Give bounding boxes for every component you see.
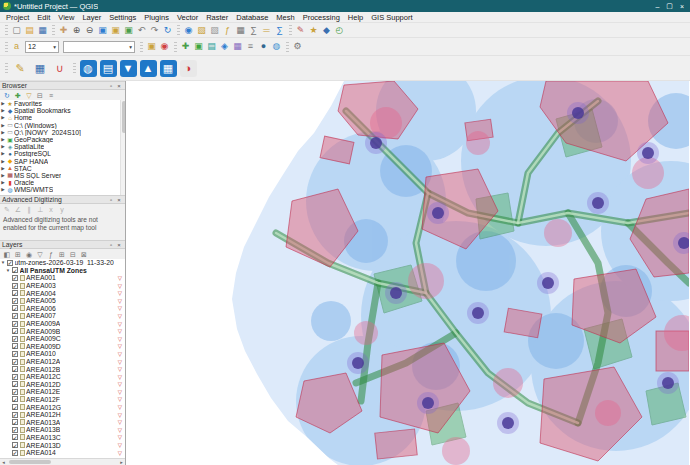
layer-checkbox[interactable] [12,442,18,448]
toolbar-handle[interactable] [177,25,180,35]
scroll-right-icon[interactable] [118,459,125,465]
float-panel-icon[interactable] [107,82,115,90]
layers-hscrollbar[interactable] [0,458,125,465]
layer-checkbox[interactable] [12,275,18,281]
browser-item[interactable]: ▮ Oracle [0,179,125,186]
add-delimited-text-icon[interactable]: ≡ [245,41,257,53]
upload-plugin-icon[interactable]: ▲ [140,60,157,77]
layer-row[interactable]: AREA004 [0,289,125,297]
close-button[interactable]: × [680,3,684,10]
wmts-plugin-icon[interactable]: ◍ [80,60,97,77]
collapse-icon[interactable] [0,260,6,265]
layer-checkbox[interactable] [12,366,18,372]
browser-item[interactable]: ⌂ Home [0,114,125,121]
zoom-in-icon[interactable]: ⊕ [71,24,83,36]
menu-item[interactable]: Processing [299,12,344,23]
select-features-icon[interactable]: ▧ [196,24,208,36]
menu-item[interactable]: Plugins [140,12,173,23]
table-plugin-icon[interactable]: ▦ [160,60,177,77]
browser-item[interactable]: ▭ Q:\ [NOWY_2024S10] [0,129,125,136]
zoom-next-icon[interactable]: ↷ [149,24,161,36]
minimize-button[interactable]: – [655,3,659,10]
layer-row[interactable]: AREA009A [0,320,125,328]
menu-item[interactable]: Raster [202,12,232,23]
enable-advanced-digitizing-icon[interactable]: ✎ [3,205,12,214]
layer-checkbox[interactable] [12,396,18,402]
perpendicular-icon[interactable]: ⊥ [36,205,45,214]
layer-checkbox[interactable] [12,434,18,440]
layer-checkbox[interactable] [12,298,18,304]
font-size-combo[interactable]: 12 [25,41,59,53]
open-attribute-table-icon[interactable]: ▦ [235,24,247,36]
layers-plugin-icon[interactable]: ▤ [100,60,117,77]
add-vector-layer-icon[interactable]: ◈ [219,41,231,53]
layer-checkbox[interactable] [12,313,18,319]
toolbar-handle[interactable] [140,42,143,52]
layer-row[interactable]: AREA005 [0,297,125,305]
toggle-editing-icon[interactable]: ✎ [12,60,29,77]
processing-toolbox-icon[interactable]: ⚙ [292,41,304,53]
open-layer-styling-icon[interactable]: ◧ [3,250,12,259]
remove-layer-icon[interactable]: ⊠ [80,250,89,259]
filter-browser-icon[interactable]: ▽ [25,91,34,100]
menu-item[interactable]: Mesh [272,12,298,23]
zoom-out-icon[interactable]: ⊖ [84,24,96,36]
add-selected-layers-icon[interactable]: ✚ [14,91,23,100]
layer-checkbox[interactable] [12,381,18,387]
toolbar-handle[interactable] [73,63,76,73]
layer-row[interactable]: AREA013D [0,441,125,449]
download-plugin-icon[interactable]: ▼ [120,60,137,77]
layer-checkbox[interactable] [12,419,18,425]
snapping-icon[interactable]: ∪ [52,60,69,77]
browser-properties-icon[interactable]: ≡ [47,91,56,100]
menu-item[interactable]: Vector [173,12,202,23]
menu-item[interactable]: Database [232,12,272,23]
layer-checkbox[interactable] [12,305,18,311]
statistical-summary-icon[interactable]: ∑ [274,24,286,36]
toolbar-handle[interactable] [5,42,8,52]
select-by-expression-icon[interactable]: ƒ [222,24,234,36]
lock-y-icon[interactable]: y [58,205,67,214]
style-combo[interactable] [63,41,135,53]
layer-checkbox[interactable] [12,427,18,433]
layer-checkbox[interactable] [12,404,18,410]
layer-row[interactable]: AREA012E [0,388,125,396]
new-virtual-layer-icon[interactable]: ▤ [206,41,218,53]
style-manager-icon[interactable]: ★ [308,24,320,36]
add-raster-layer-icon[interactable]: ▦ [232,41,244,53]
float-panel-icon[interactable] [107,196,115,204]
new-geopackage-icon[interactable]: ▣ [193,41,205,53]
menu-item[interactable]: Project [2,12,33,23]
browser-item[interactable]: ▲ STAC [0,165,125,172]
layer-checkbox[interactable] [12,336,18,342]
layer-checkbox[interactable] [12,450,18,456]
label-toolbar-icon[interactable]: a [11,41,23,53]
menu-item[interactable]: GIS Support [367,12,416,23]
filter-legend-icon[interactable]: ▽ [36,250,45,259]
toolbar-handle[interactable] [174,42,177,52]
browser-item[interactable]: ◆ Spatial Bookmarks [0,107,125,114]
browser-item[interactable]: ▦ MS SQL Server [0,172,125,179]
layer-row[interactable]: AREA012F [0,396,125,404]
layer-labeling-icon[interactable]: ▣ [146,41,158,53]
layer-row[interactable]: AREA012A [0,358,125,366]
lock-x-icon[interactable]: x [47,205,56,214]
maximize-button[interactable]: ▢ [666,2,673,10]
layer-row[interactable]: AREA006 [0,305,125,313]
pan-map-icon[interactable]: ✚ [58,24,70,36]
add-postgis-layer-icon[interactable]: ● [258,41,270,53]
layer-row[interactable]: AREA012G [0,403,125,411]
layer-row[interactable]: AREA009B [0,327,125,335]
refresh-map-icon[interactable]: ↻ [162,24,174,36]
scroll-left-icon[interactable] [0,459,7,465]
layer-diagram-icon[interactable]: ◉ [159,41,171,53]
layer-row[interactable]: AREA007 [0,312,125,320]
deselect-features-icon[interactable]: ▧ [209,24,221,36]
toolbar-handle[interactable] [5,63,8,73]
manage-map-themes-icon[interactable]: ◉ [25,250,34,259]
show-bookmarks-icon[interactable]: ◆ [321,24,333,36]
layer-checkbox[interactable] [12,359,18,365]
parallel-icon[interactable]: ∥ [25,205,34,214]
menu-item[interactable]: Layer [78,12,105,23]
layer-group-row[interactable]: utm-zones-2026-03-19_11-33-20 [0,259,125,267]
